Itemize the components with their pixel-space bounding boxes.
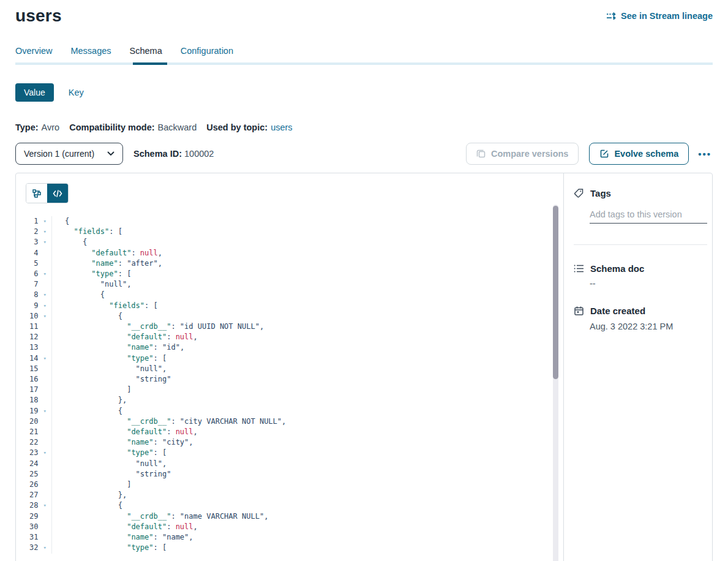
schema-id: Schema ID: 100002: [133, 149, 214, 159]
page-title: users: [15, 6, 62, 26]
tags-title: Tags: [590, 188, 611, 198]
evolve-schema-button[interactable]: Evolve schema: [589, 143, 689, 165]
line-number: 25: [16, 469, 38, 480]
compare-versions-button[interactable]: Compare versions: [466, 143, 579, 165]
code-line: 10▾ {: [16, 311, 563, 322]
code-line: 13 "name": "id",: [16, 342, 563, 353]
fold-toggle-icon[interactable]: ▾: [38, 500, 51, 511]
line-number: 17: [16, 385, 38, 395]
code-line: 1▾{: [16, 216, 563, 227]
page-header: users See in Stream lineage: [15, 0, 713, 26]
stream-lineage-link[interactable]: See in Stream lineage: [606, 11, 713, 21]
line-number: 29: [16, 511, 38, 522]
code-line: 16 "string": [16, 374, 563, 385]
tab-configuration[interactable]: Configuration: [181, 46, 233, 62]
fold-toggle-icon[interactable]: ▾: [38, 311, 51, 322]
code-line: 24 "null",: [16, 459, 563, 469]
tree-view-button[interactable]: [26, 184, 47, 203]
fold-toggle-icon[interactable]: ▾: [38, 301, 51, 311]
calendar-icon: [574, 306, 584, 316]
code-line: 3▾ {: [16, 237, 563, 247]
compatibility-value: Backward: [158, 122, 197, 132]
line-number: 4: [16, 248, 38, 258]
tab-schema[interactable]: Schema: [130, 46, 162, 62]
sidebar-divider: [574, 244, 707, 245]
fold-toggle-icon[interactable]: ▾: [38, 353, 51, 364]
schema-view-toggle: [26, 183, 69, 203]
fold-toggle-icon[interactable]: ▾: [38, 448, 51, 458]
code-lines: 1▾{2▾ "fields": [3▾ {4 "default": null,5…: [16, 216, 563, 554]
active-tab-underline: [133, 62, 167, 65]
code-line: 12 "default": null,: [16, 332, 563, 342]
code-line: 4 "default": null,: [16, 248, 563, 258]
line-number: 13: [16, 342, 38, 353]
schema-id-label: Schema ID:: [133, 149, 182, 159]
line-number: 23: [16, 448, 38, 458]
line-number: 30: [16, 522, 38, 532]
topic-link[interactable]: users: [271, 122, 292, 132]
code-line: 26 ]: [16, 480, 563, 490]
type-label: Type:: [15, 122, 39, 132]
fold-toggle-icon[interactable]: ▾: [38, 406, 51, 416]
date-created-section: Date created Aug. 3 2022 3:21 PM: [574, 306, 707, 331]
code-line: 22 "name": "city",: [16, 437, 563, 448]
line-number: 20: [16, 416, 38, 427]
version-select[interactable]: Version 1 (current): [15, 143, 123, 165]
code-line: 27 },: [16, 490, 563, 500]
fold-toggle-icon[interactable]: ▾: [38, 290, 51, 300]
key-toggle-button[interactable]: Key: [69, 88, 84, 97]
line-number: 32: [16, 543, 38, 553]
code-scrollbar-thumb[interactable]: [553, 206, 558, 379]
tab-messages[interactable]: Messages: [70, 46, 111, 62]
add-tags-input[interactable]: [590, 208, 707, 224]
more-actions-button[interactable]: •••: [697, 147, 713, 161]
line-number: 16: [16, 374, 38, 385]
code-line: 9▾ "fields": [: [16, 301, 563, 311]
fold-toggle-icon[interactable]: ▾: [38, 269, 51, 279]
code-line: 21 "default": null,: [16, 427, 563, 437]
schema-panel: 1▾{2▾ "fields": [3▾ {4 "default": null,5…: [15, 173, 713, 561]
code-line: 28▾ {: [16, 500, 563, 511]
type-value: Avro: [42, 122, 60, 132]
tag-icon: [574, 188, 584, 198]
tags-section: Tags: [574, 188, 707, 224]
schema-doc-title: Schema doc: [590, 263, 644, 274]
fold-toggle-icon[interactable]: ▾: [38, 543, 51, 553]
code-line: 14▾ "type": [: [16, 353, 563, 364]
line-number: 9: [16, 301, 38, 311]
schema-doc-section: Schema doc --: [574, 263, 707, 288]
code-view-icon: [53, 189, 62, 198]
tab-underline-track: [15, 62, 713, 65]
line-number: 15: [16, 364, 38, 374]
schema-controls-row: Version 1 (current) Schema ID: 100002: [15, 143, 713, 165]
fold-toggle-icon[interactable]: ▾: [38, 216, 51, 227]
line-number: 31: [16, 532, 38, 543]
used-by-topic-label: Used by topic:: [206, 122, 268, 132]
code-line: 18 },: [16, 395, 563, 405]
code-line: 15 "null",: [16, 364, 563, 374]
schema-sidebar: Tags Schema doc: [563, 173, 717, 561]
code-line: 25 "string": [16, 469, 563, 480]
schema-doc-value: --: [574, 279, 707, 288]
code-line: 31 "name": "name",: [16, 532, 563, 543]
code-scrollbar-track[interactable]: [553, 205, 558, 561]
line-number: 28: [16, 500, 38, 511]
code-line: 5 "name": "after",: [16, 258, 563, 269]
code-line: 19▾ {: [16, 406, 563, 416]
version-select-value: Version 1 (current): [24, 149, 94, 159]
schema-meta-row: Type: Avro Compatibility mode: Backward …: [15, 122, 713, 132]
value-toggle-button[interactable]: Value: [15, 83, 54, 102]
date-created-title: Date created: [590, 306, 645, 316]
versions-copy-icon: [476, 149, 486, 159]
line-number: 14: [16, 353, 38, 364]
line-number: 12: [16, 332, 38, 342]
code-line: 32▾ "type": [: [16, 543, 563, 553]
fold-toggle-icon[interactable]: ▾: [38, 237, 51, 247]
line-number: 24: [16, 459, 38, 469]
tab-bar: Overview Messages Schema Configuration: [15, 46, 713, 65]
code-view-button[interactable]: [47, 184, 68, 203]
tab-overview[interactable]: Overview: [15, 46, 52, 62]
line-number: 27: [16, 490, 38, 500]
line-number: 3: [16, 237, 38, 247]
fold-toggle-icon[interactable]: ▾: [38, 227, 51, 237]
